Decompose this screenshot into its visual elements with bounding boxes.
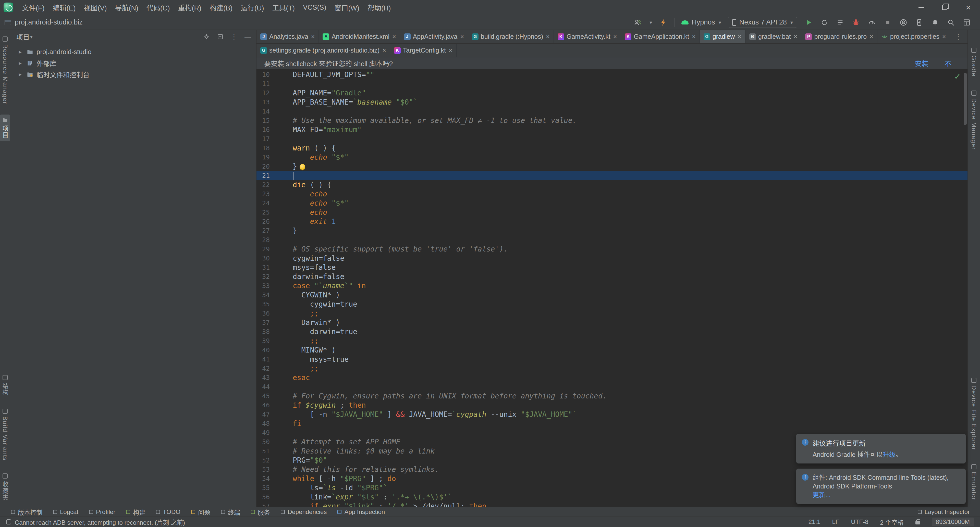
tab-close-icon[interactable]: × [311,33,315,40]
code-line[interactable]: 27} [256,226,967,235]
debug-bug-icon[interactable] [851,18,861,27]
code-line[interactable]: 16MAX_FD="maximum" [256,125,967,135]
notification-project-update[interactable]: i 建议进行项目更新 Android Gradle 插件可以升级。 [796,433,966,464]
readonly-lock-icon[interactable] [915,521,920,524]
editor-tab[interactable]: G gradlew × [700,30,746,43]
stripe-resource-manager[interactable]: Resource Manager [1,34,10,107]
apply-changes-icon[interactable] [820,18,829,27]
menu-item[interactable]: 帮助(H) [363,0,395,15]
menu-item[interactable]: 编辑(E) [48,0,80,15]
code-line[interactable]: 31msys=false [256,263,967,272]
window-layout-icon[interactable] [962,18,971,27]
code-line[interactable]: 17 [256,135,967,144]
menu-item[interactable]: 导航(N) [111,0,142,15]
tab-close-icon[interactable]: × [942,33,946,40]
device-selector[interactable]: Nexus 7 API 28 ▾ [728,17,797,28]
code-line[interactable]: 48fi [256,419,967,428]
code-line[interactable]: 20} [256,162,967,171]
code-line[interactable]: 38 darwin=true [256,327,967,337]
adb-status-icon[interactable] [6,519,11,524]
code-line[interactable]: 21 [256,171,967,180]
code-with-me-users-icon[interactable] [633,18,642,27]
code-line[interactable]: 18warn ( ) { [256,144,967,153]
code-line[interactable]: 14 [256,107,967,116]
tool-window-button[interactable]: 问题 [186,507,216,516]
menu-item[interactable]: 代码(C) [142,0,174,15]
editor-tab[interactable]: G settings.gradle (proj.android-studio.b… [256,44,390,57]
tab-close-icon[interactable]: × [692,33,696,40]
code-line[interactable]: 24 echo "$*" [256,199,967,208]
tool-window-button[interactable]: Dependencies [275,507,332,516]
users-dropdown-arrow[interactable]: ▾ [649,19,652,25]
user-avatar-icon[interactable] [899,18,908,27]
code-line[interactable]: 23 echo [256,189,967,199]
profile-gauge-icon[interactable] [867,18,877,27]
code-line[interactable]: 25 echo [256,208,967,217]
tab-close-icon[interactable]: × [870,33,873,40]
menu-item[interactable]: 文件(F) [18,0,48,15]
feedback-bolt-icon[interactable] [659,18,668,27]
editor-tab[interactable]: J Analytics.java × [256,30,319,43]
code-line[interactable]: 41 msys=true [256,355,967,364]
code-line[interactable]: 34 CYGWIN* ) [256,290,967,300]
project-panel-title[interactable]: 项目 [16,32,30,41]
banner-dismiss-link[interactable]: 不 [945,59,951,68]
editor-tab[interactable]: K GameActivity.kt × [554,30,621,43]
stripe-project[interactable]: 项目 [0,114,10,141]
tab-close-icon[interactable]: × [449,47,452,54]
memory-indicator[interactable]: 893/10000M [932,517,974,526]
chevron-right-icon[interactable]: ▸ [17,71,24,78]
code-line[interactable]: 29# OS specific support (must be 'true' … [256,244,967,254]
code-line[interactable]: 33case "`uname`" in [256,281,967,290]
close-button[interactable]: × [956,0,980,15]
tab-close-icon[interactable]: × [392,33,396,40]
banner-install-link[interactable]: 安装 [915,59,928,68]
code-line[interactable]: 42 ;; [256,364,967,373]
encoding-widget[interactable]: UTF-8 [851,518,869,525]
editor-tab[interactable]: G build.gradle (:Hypnos) × [468,30,554,43]
profiler-list-icon[interactable] [835,18,845,27]
code-line[interactable]: 36 ;; [256,309,967,318]
tool-window-button[interactable]: Profiler [84,507,121,516]
code-line[interactable]: 44 [256,383,967,392]
code-line[interactable]: 47 [ -n "$JAVA_HOME" ] && JAVA_HOME=`cyg… [256,410,967,419]
stop-button[interactable] [883,18,892,27]
tab-close-icon[interactable]: × [546,33,550,40]
code-line[interactable]: 22die ( ) { [256,180,967,189]
menu-item[interactable]: VCS(S) [299,0,331,15]
menu-item[interactable]: 重构(R) [174,0,205,15]
tool-window-button[interactable]: 服务 [245,507,275,516]
menu-item[interactable]: 窗口(W) [330,0,363,15]
notification-sdk-components[interactable]: i 组件: Android SDK Command-line Tools (la… [796,468,966,504]
editor-tab[interactable]: B gradlew.bat × [746,30,801,43]
code-line[interactable]: 11 [256,79,967,89]
stripe-gradle[interactable]: Gradle [969,45,978,79]
stripe-structure[interactable]: 结构 [0,372,10,398]
tree-item-scratches[interactable]: ▸ 临时文件和控制台 [10,68,256,80]
code-line[interactable]: 43esac [256,373,967,383]
panel-options-kebab-icon[interactable]: ⋮ [231,33,237,41]
editor-tab[interactable]: A AndroidManifest.xml × [319,30,400,43]
tool-window-button[interactable]: App Inspection [332,507,390,516]
editor-scrollbar-thumb[interactable] [964,73,967,125]
editor-tab[interactable]: J AppActivity.java × [400,30,468,43]
code-line[interactable]: 19 echo "$*" [256,153,967,162]
upgrade-link[interactable]: 升级 [883,451,896,458]
tool-window-button[interactable]: Logcat [48,507,84,516]
code-line[interactable]: 46if $cygwin ; then [256,401,967,410]
tool-window-button[interactable]: TODO [151,507,186,516]
code-line[interactable]: 13APP_BASE_NAME=`basename "$0"` [256,98,967,107]
tool-window-button[interactable]: 版本控制 [6,507,48,516]
run-button[interactable] [804,18,813,27]
code-line[interactable]: 10DEFAULT_JVM_OPTS="" [256,70,967,79]
menu-item[interactable]: 运行(U) [237,0,268,15]
menu-item[interactable]: 构建(B) [205,0,237,15]
stripe-build-variants[interactable]: Build Variants [1,406,10,463]
notifications-bell-icon[interactable] [931,18,940,27]
menu-item[interactable]: 视图(V) [80,0,111,15]
code-line[interactable]: 45# For Cygwin, ensure paths are in UNIX… [256,392,967,401]
tab-close-icon[interactable]: × [460,33,464,40]
code-line[interactable]: 15# Use the maximum available, or set MA… [256,116,967,125]
tool-window-button[interactable]: 构建 [121,507,151,516]
stripe-device-file-explorer[interactable]: Device File Explorer [969,375,978,453]
